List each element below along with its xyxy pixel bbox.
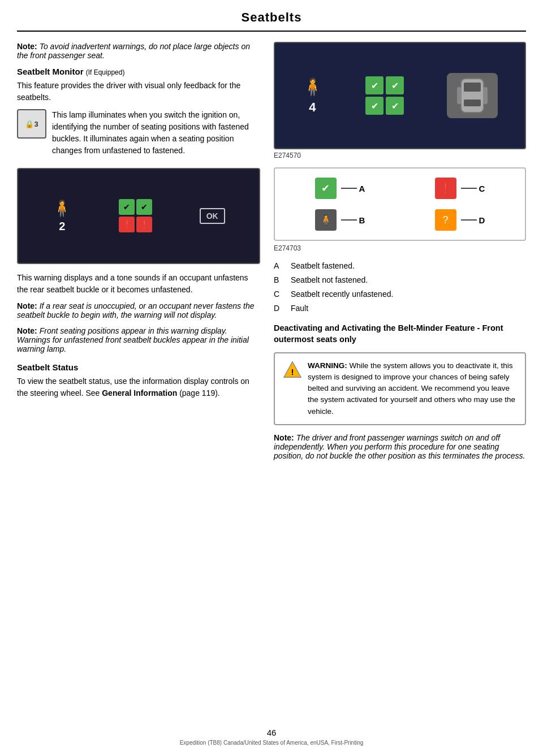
status-list-item-d: D Fault <box>274 303 526 314</box>
status-item-b: 🧍 B <box>315 209 365 231</box>
right-seat-number: 4 <box>309 100 316 115</box>
img2-caption: E274703 <box>274 244 526 252</box>
seat-number: 2 <box>59 220 65 233</box>
status-d-dot-line: D <box>461 215 485 225</box>
svg-text:!: ! <box>291 367 294 377</box>
status-list-label-d: Fault <box>291 303 308 314</box>
note-3: Note: Front seating positions appear in … <box>17 326 260 353</box>
warning-svg: ! <box>283 360 302 380</box>
page-number: 46 <box>267 728 277 737</box>
status-icon-a: ✔ <box>315 178 337 199</box>
svg-rect-1 <box>464 83 481 92</box>
left-column: Note: To avoid inadvertent warnings, do … <box>17 42 260 467</box>
general-info-link: General Information <box>102 388 177 398</box>
status-icon-b: 🧍 <box>315 209 337 231</box>
belt-icon-green-2: ✔ <box>136 199 152 215</box>
status-letter-d: D <box>479 215 485 225</box>
dot-line-b <box>341 219 357 221</box>
note-1-text: To avoid inadvertent warnings, do not pl… <box>17 42 250 60</box>
status-letter-c: C <box>479 184 485 193</box>
seatbelt-status-body: To view the seatbelt status, use the inf… <box>17 375 260 399</box>
note-4-text: The driver and front passenger warnings … <box>274 433 525 460</box>
status-list-letter-a: A <box>274 260 285 272</box>
status-a-dot-line: A <box>341 184 365 193</box>
status-letter-a: A <box>359 184 365 193</box>
page-title: Seatbelts <box>0 0 543 31</box>
status-list-item-a: A Seatbelt fastened. <box>274 260 526 272</box>
dashboard-image-1: 🧍 2 ✔ ✔ ❗ ❗ OK <box>17 168 260 264</box>
status-list-item-c: C Seatbelt recently unfastened. <box>274 288 526 300</box>
seatbelt-status-heading: Seatbelt Status <box>17 362 260 372</box>
warning-display-text: This warning displays and a tone sounds … <box>17 272 260 296</box>
img1-caption: E274570 <box>274 152 526 159</box>
note-2-text: If a rear seat is unoccupied, or an occu… <box>17 301 254 319</box>
warning-label: WARNING: <box>308 361 347 370</box>
status-col-right: ❗ C ? D <box>435 178 485 231</box>
belt-green-d: ✔ <box>386 97 404 115</box>
status-col-left: ✔ A 🧍 B <box>315 178 365 231</box>
status-icon-c: ❗ <box>435 178 456 199</box>
right-column: 🧍 4 ✔ ✔ ✔ ✔ <box>274 42 526 467</box>
note-2: Note: If a rear seat is unoccupied, or a… <box>17 301 260 319</box>
footer-caption: Expedition (TB8) Canada/United States of… <box>180 740 364 746</box>
seat-figure-left: 🧍 2 <box>52 199 72 233</box>
dot-line-d <box>461 219 477 221</box>
status-item-d: ? D <box>435 209 485 231</box>
warning-triangle-icon: ! <box>283 360 302 379</box>
right-seat-figure: 🧍 4 <box>302 77 323 115</box>
ok-box: OK <box>200 208 225 224</box>
belt-green-b: ✔ <box>386 76 404 94</box>
belt-green-c: ✔ <box>365 97 383 115</box>
warning-text-block: WARNING: While the system allows you to … <box>308 360 517 417</box>
person-icon: 🧍 <box>52 199 72 218</box>
status-item-a: ✔ A <box>315 178 365 199</box>
status-list-letter-c: C <box>274 288 285 300</box>
status-b-dot-line: B <box>341 215 365 225</box>
status-c-dot-line: C <box>461 184 485 193</box>
warning-box: ! WARNING: While the system allows you t… <box>274 352 526 425</box>
status-list-item-b: B Seatbelt not fastened. <box>274 274 526 286</box>
status-item-c: ❗ C <box>435 178 485 199</box>
note-4-label: Note: <box>274 433 294 442</box>
car-top-view <box>447 73 498 118</box>
if-equipped-label: (If Equipped) <box>86 68 125 76</box>
belt-green-a: ✔ <box>365 76 383 94</box>
dot-line-a <box>341 188 357 189</box>
dot-line-c <box>461 188 477 189</box>
seatbelt-status-text2: (page 119). <box>177 388 220 398</box>
seatbelt-monitor-heading: Seatbelt Monitor (If Equipped) <box>17 67 260 76</box>
note-4: Note: The driver and front passenger war… <box>274 433 526 460</box>
status-diagram: ✔ A 🧍 B ❗ <box>274 167 526 241</box>
right-belt-grid: ✔ ✔ ✔ ✔ <box>365 76 404 115</box>
note-1: Note: To avoid inadvertent warnings, do … <box>17 42 260 60</box>
note-1-label: Note: <box>17 42 37 51</box>
belt-icon-red-1: ❗ <box>119 217 135 232</box>
title-divider <box>17 31 526 32</box>
page-footer: 46 Expedition (TB8) Canada/United States… <box>0 728 543 746</box>
status-letter-b: B <box>359 215 365 225</box>
svg-rect-2 <box>464 100 481 106</box>
seatbelt-monitor-body: This feature provides the driver with vi… <box>17 80 260 103</box>
status-list: A Seatbelt fastened. B Seatbelt not fast… <box>274 260 526 314</box>
note-3-label: Note: <box>17 326 37 335</box>
seatbelt-monitor-title: Seatbelt Monitor <box>17 67 84 76</box>
svg-rect-3 <box>457 87 462 104</box>
note-2-label: Note: <box>17 301 37 310</box>
note-3-text: Front seating positions appear in this w… <box>17 326 249 353</box>
status-icon-d: ? <box>435 209 456 231</box>
deactivating-heading: Deactivating and Activating the Belt-Min… <box>274 322 526 345</box>
car-svg <box>453 76 492 115</box>
status-list-label-a: Seatbelt fastened. <box>291 260 355 272</box>
lamp-description: This lamp illuminates when you switch th… <box>52 109 260 157</box>
belt-icons-grid: ✔ ✔ ❗ ❗ <box>119 199 152 232</box>
belt-icon-red-2: ❗ <box>136 217 152 232</box>
status-list-letter-b: B <box>274 274 285 286</box>
status-list-letter-d: D <box>274 303 285 314</box>
svg-rect-4 <box>483 87 488 104</box>
lamp-block: 🔒3 This lamp illuminates when you switch… <box>17 109 260 162</box>
belt-icon-green-1: ✔ <box>119 199 135 215</box>
dashboard-image-2: 🧍 4 ✔ ✔ ✔ ✔ <box>274 42 526 149</box>
lamp-icon: 🔒3 <box>17 109 46 139</box>
status-list-label-c: Seatbelt recently unfastened. <box>291 288 393 300</box>
status-list-label-b: Seatbelt not fastened. <box>291 274 368 286</box>
